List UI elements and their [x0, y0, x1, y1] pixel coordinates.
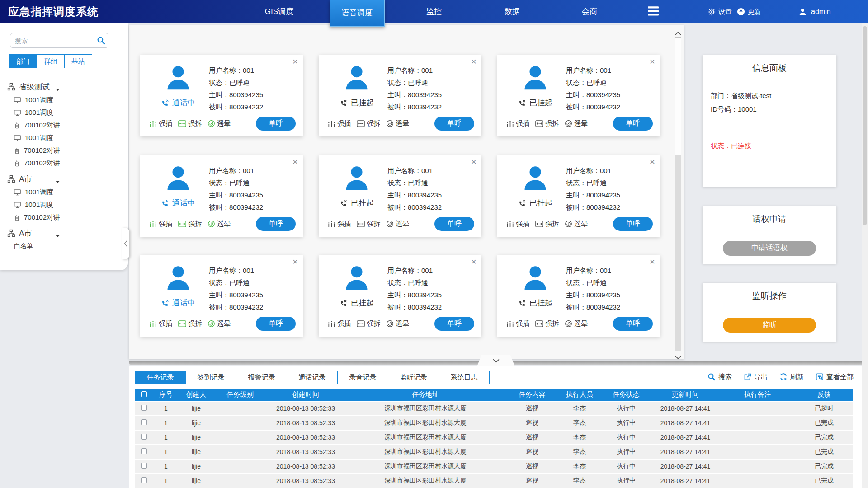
close-icon[interactable]: ×: [650, 56, 655, 67]
sidebar-tab-0[interactable]: 部门: [9, 54, 37, 68]
record-tab-0[interactable]: 任务记录: [135, 371, 186, 384]
tree-group[interactable]: 省级测试: [0, 80, 128, 94]
barge-in-button[interactable]: 强插: [506, 220, 529, 228]
cards-scrollbar[interactable]: [674, 25, 683, 359]
force-release-button[interactable]: 强拆: [535, 319, 559, 328]
tree-item[interactable]: 1001调度: [0, 131, 128, 144]
remote-stun-button[interactable]: 遥晕: [565, 119, 588, 128]
close-icon[interactable]: ×: [471, 256, 476, 267]
menu-icon[interactable]: [648, 6, 659, 18]
close-icon[interactable]: ×: [292, 156, 298, 167]
single-call-button[interactable]: 单呼: [613, 117, 653, 131]
page-scrollbar[interactable]: [862, 23, 868, 488]
sidebar-tab-2[interactable]: 基站: [64, 54, 92, 68]
remote-stun-button[interactable]: 遥晕: [208, 220, 231, 228]
tool-export[interactable]: 导出: [744, 373, 768, 381]
update-button[interactable]: 更新: [737, 0, 761, 23]
caret-down-icon[interactable]: [55, 177, 60, 186]
record-tab-1[interactable]: 签到记录: [185, 371, 236, 384]
force-release-button[interactable]: 强拆: [178, 119, 202, 128]
tree-item[interactable]: 700102对讲: [0, 211, 128, 224]
row-checkbox[interactable]: [141, 448, 147, 454]
remote-stun-button[interactable]: 遥晕: [386, 220, 409, 228]
single-call-button[interactable]: 单呼: [256, 117, 296, 131]
tree-item[interactable]: 1001调度: [0, 186, 128, 198]
remote-stun-button[interactable]: 遥晕: [386, 119, 409, 128]
select-all-checkbox[interactable]: [141, 391, 147, 397]
sidebar-collapse-handle[interactable]: [122, 228, 129, 259]
force-release-button[interactable]: 强拆: [357, 119, 380, 128]
nav-item-0[interactable]: GIS调度: [253, 0, 305, 23]
barge-in-button[interactable]: 强插: [328, 119, 351, 128]
table-row[interactable]: 1 lijie 2018-08-13 08:52:33 深圳市福田区彩田村水源大…: [135, 460, 853, 473]
remote-stun-button[interactable]: 遥晕: [386, 319, 409, 328]
page-scrollbar-thumb[interactable]: [863, 26, 867, 225]
record-tab-5[interactable]: 监听记录: [388, 371, 439, 384]
single-call-button[interactable]: 单呼: [256, 217, 296, 231]
close-icon[interactable]: ×: [292, 56, 298, 67]
record-tab-2[interactable]: 报警记录: [236, 371, 287, 384]
row-checkbox[interactable]: [141, 419, 147, 425]
single-call-button[interactable]: 单呼: [434, 117, 474, 131]
scroll-up-icon[interactable]: [675, 29, 681, 35]
single-call-button[interactable]: 单呼: [613, 217, 653, 231]
nav-item-3[interactable]: 数据: [487, 0, 537, 23]
record-tab-4[interactable]: 录音记录: [337, 371, 388, 384]
row-checkbox[interactable]: [141, 463, 147, 469]
close-icon[interactable]: ×: [292, 256, 298, 267]
remote-stun-button[interactable]: 遥晕: [565, 220, 588, 228]
row-checkbox[interactable]: [141, 434, 147, 440]
remote-stun-button[interactable]: 遥晕: [208, 119, 231, 128]
caret-down-icon[interactable]: [55, 231, 60, 240]
caret-down-icon[interactable]: [55, 85, 60, 94]
table-row[interactable]: 1 lijie 2018-08-13 08:52:33 深圳市福田区彩田村水源大…: [135, 431, 853, 444]
remote-stun-button[interactable]: 遥晕: [565, 319, 588, 328]
tool-refresh[interactable]: 刷新: [779, 373, 804, 381]
nav-item-1[interactable]: 语音调度: [330, 0, 385, 27]
table-row[interactable]: 1 lijie 2018-08-13 08:52:33 深圳市福田区彩田村水源大…: [135, 445, 853, 459]
single-call-button[interactable]: 单呼: [434, 217, 474, 231]
expand-panel-tab[interactable]: [477, 355, 515, 366]
table-row[interactable]: 1 lijie 2018-08-13 08:52:33 深圳市福田区彩田村水源大…: [135, 474, 853, 488]
monitor-button[interactable]: 监听: [723, 318, 816, 333]
force-release-button[interactable]: 强拆: [178, 319, 202, 328]
settings-button[interactable]: 设置: [708, 0, 732, 23]
barge-in-button[interactable]: 强插: [506, 119, 529, 128]
close-icon[interactable]: ×: [650, 256, 655, 267]
tool-view-all[interactable]: 查看全部: [816, 373, 854, 381]
force-release-button[interactable]: 强拆: [178, 220, 202, 228]
scrollbar-thumb[interactable]: [675, 37, 681, 155]
barge-in-button[interactable]: 强插: [328, 220, 351, 228]
sidebar-tab-1[interactable]: 群组: [37, 54, 65, 68]
tree-item[interactable]: 700102对讲: [0, 144, 128, 157]
force-release-button[interactable]: 强拆: [535, 119, 559, 128]
record-tab-3[interactable]: 通话记录: [287, 371, 338, 384]
user-menu[interactable]: admin: [798, 0, 831, 23]
close-icon[interactable]: ×: [471, 56, 476, 67]
single-call-button[interactable]: 单呼: [256, 317, 296, 331]
tree-item[interactable]: 700102对讲: [0, 157, 128, 169]
barge-in-button[interactable]: 强插: [328, 319, 351, 328]
table-row[interactable]: 1 lijie 2018-08-13 08:52:33 深圳市福田区彩田村水源大…: [135, 402, 853, 415]
barge-in-button[interactable]: 强插: [149, 319, 172, 328]
tree-group[interactable]: A市: [0, 226, 128, 240]
close-icon[interactable]: ×: [650, 156, 655, 167]
record-tab-6[interactable]: 系统日志: [439, 371, 490, 384]
force-release-button[interactable]: 强拆: [357, 319, 380, 328]
barge-in-button[interactable]: 强插: [149, 220, 172, 228]
tree-item[interactable]: 1001调度: [0, 106, 128, 119]
tree-item[interactable]: 1001调度: [0, 198, 128, 211]
single-call-button[interactable]: 单呼: [613, 317, 653, 331]
remote-stun-button[interactable]: 遥晕: [208, 319, 231, 328]
barge-in-button[interactable]: 强插: [506, 319, 529, 328]
close-icon[interactable]: ×: [471, 156, 476, 167]
force-release-button[interactable]: 强拆: [535, 220, 559, 228]
nav-item-2[interactable]: 监控: [409, 0, 459, 23]
tree-item[interactable]: 700102对讲: [0, 119, 128, 131]
row-checkbox[interactable]: [141, 477, 147, 483]
scroll-down-icon[interactable]: [675, 353, 681, 359]
tool-search[interactable]: 搜索: [708, 373, 732, 381]
search-input[interactable]: [10, 33, 108, 48]
tree-item[interactable]: 1001调度: [0, 94, 128, 106]
single-call-button[interactable]: 单呼: [434, 317, 474, 331]
